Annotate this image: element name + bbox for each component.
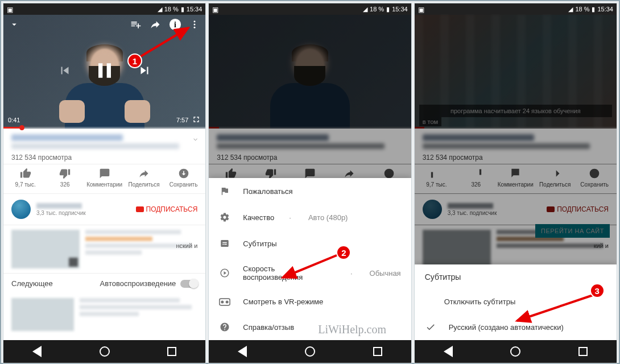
svg-point-10 — [226, 300, 229, 303]
like-button[interactable]: 9,7 тыс. — [7, 168, 44, 188]
watermark: LiWiHelp.com — [318, 323, 386, 336]
phone-screenshot-2: ▣◢ 18 %▮ 15:34 312 534 просмотра 9,7 тыс… — [208, 3, 411, 363]
status-bar: ▣ ◢ 18 % ▮ 15:34 — [3, 3, 205, 15]
dislike-button[interactable]: 326 — [47, 168, 83, 188]
comments-button[interactable]: Комментарии — [86, 168, 123, 188]
next-video[interactable] — [3, 293, 205, 336]
nav-back-icon[interactable] — [32, 346, 42, 357]
flag-icon — [219, 186, 230, 196]
svg-point-2 — [194, 20, 196, 22]
expand-caret-icon[interactable]: ⌵ — [193, 134, 197, 142]
video-meta[interactable]: ⌵ 312 534 просмотра — [3, 129, 205, 164]
view-count: 312 534 просмотра — [11, 154, 197, 162]
svg-line-13 — [517, 293, 598, 321]
phone-screenshot-3: ▣◢18 %▮15:34 программа насчитывает 24 яз… — [414, 3, 617, 363]
collapse-icon[interactable] — [9, 19, 19, 32]
captions-icon — [219, 238, 230, 249]
help-icon — [219, 322, 230, 332]
channel-avatar[interactable] — [11, 200, 31, 219]
menu-report[interactable]: Пожаловаться — [209, 178, 411, 204]
nav-recents-icon[interactable] — [167, 347, 176, 356]
fullscreen-icon[interactable] — [192, 115, 201, 125]
battery-pct: 18 % — [164, 6, 179, 13]
pause-icon[interactable] — [92, 58, 117, 85]
clock: 15:34 — [187, 6, 202, 13]
subscribe-button[interactable]: ПОДПИСАТЬСЯ — [136, 205, 198, 213]
speed-icon — [219, 268, 230, 278]
suggested-video[interactable]: нский и — [3, 225, 205, 273]
channel-row[interactable]: 3,3 тыс. подписчик ПОДПИСАТЬСЯ — [3, 194, 205, 225]
battery-icon: ▮ — [181, 6, 184, 13]
subscriber-count: 3,3 тыс. подписчик — [36, 210, 86, 216]
up-next-label: Следующее — [11, 279, 53, 288]
autoplay-toggle[interactable] — [180, 280, 197, 288]
suggestion-tail-text: нский и — [176, 242, 197, 249]
captions-header: Субтитры — [415, 264, 617, 289]
android-navbar — [3, 340, 205, 363]
svg-line-5 — [134, 28, 188, 60]
check-icon — [425, 322, 436, 332]
vr-icon — [219, 298, 230, 306]
share-button[interactable]: Поделиться — [126, 168, 162, 188]
menu-vr[interactable]: Смотреть в VR-режиме — [209, 289, 411, 314]
gear-icon — [219, 212, 230, 222]
screenshot-icon: ▣ — [7, 6, 13, 14]
action-bar: 9,7 тыс. 326 Комментарии Поделиться Сохр… — [3, 164, 205, 194]
phone-screenshot-1: ▣ ◢ 18 % ▮ 15:34 i 0:41 7:57 1 ⌵ — [3, 3, 206, 363]
save-button[interactable]: Сохранить — [166, 168, 202, 188]
nav-home-icon[interactable] — [100, 346, 110, 357]
up-next-row: Следующее Автовоспроизведение — [3, 273, 205, 293]
annotation-badge-1: 1 — [127, 53, 142, 68]
duration: 7:57 — [176, 117, 188, 123]
menu-quality[interactable]: Качество·Авто (480p) — [209, 204, 411, 230]
prev-icon[interactable] — [57, 63, 72, 80]
svg-line-11 — [283, 254, 341, 278]
autoplay-label: Автовоспроизведение — [100, 279, 176, 288]
annotation-badge-3: 3 — [590, 283, 605, 298]
current-time: 0:41 — [8, 117, 20, 123]
status-bar: ▣◢ 18 %▮ 15:34 — [209, 3, 411, 15]
signal-icon: ◢ — [158, 6, 162, 13]
svg-point-9 — [221, 300, 224, 303]
